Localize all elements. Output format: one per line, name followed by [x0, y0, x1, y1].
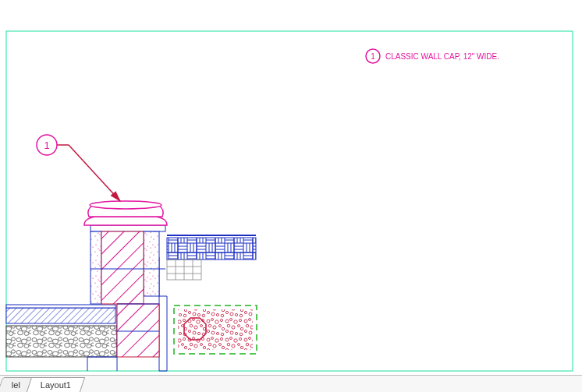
tab-layout1[interactable]: Layout1 [27, 377, 85, 392]
callout-number: 1 [44, 139, 49, 151]
svg-line-74 [69, 145, 120, 201]
drawing-svg: 1 CLASSIC WALL CAP, 12" WIDE. [0, 0, 582, 375]
svg-point-63 [90, 201, 161, 209]
svg-rect-57 [144, 231, 159, 296]
wall-cap [84, 201, 167, 225]
svg-rect-64 [167, 238, 256, 260]
svg-rect-53 [6, 308, 115, 323]
svg-rect-56 [90, 231, 101, 304]
callout-leader: 1 [37, 135, 120, 201]
svg-rect-54 [6, 305, 115, 308]
drawing-canvas[interactable]: 1 CLASSIC WALL CAP, 12" WIDE. [0, 0, 582, 375]
svg-rect-73 [178, 309, 253, 350]
svg-rect-52 [6, 326, 117, 357]
svg-rect-55 [90, 225, 165, 231]
keynote-text: CLASSIC WALL CAP, 12" WIDE. [385, 52, 499, 61]
layout-tabstrip: lel Layout1 [0, 375, 582, 392]
svg-rect-59 [117, 304, 159, 357]
keynote-number: 1 [371, 52, 375, 61]
keynote-legend: 1 CLASSIC WALL CAP, 12" WIDE. [366, 49, 499, 63]
svg-rect-58 [101, 231, 144, 304]
tab-model-label: lel [12, 378, 20, 392]
tab-layout1-label: Layout1 [41, 378, 71, 392]
